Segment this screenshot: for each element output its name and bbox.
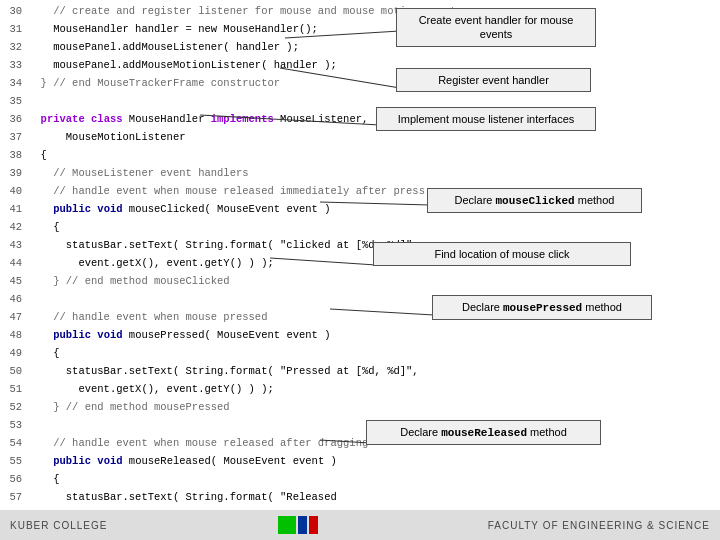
line-number: 47 (0, 308, 28, 326)
code-line: 45 } // end method mouseClicked (0, 272, 720, 290)
line-code (28, 416, 34, 434)
line-code: event.getX(), event.getY() ) ); (28, 254, 274, 272)
line-number: 50 (0, 362, 28, 380)
line-number: 46 (0, 290, 28, 308)
line-code: public void mouseReleased( MouseEvent ev… (28, 452, 337, 470)
line-code: // handle event when mouse pressed (28, 308, 267, 326)
line-code: mousePanel.addMouseListener( handler ); (28, 38, 299, 56)
footer: KUBER COLLEGE FACULTY OF ENGINEERING & S… (0, 510, 720, 540)
line-code: { (28, 146, 47, 164)
code-line: 36 private class MouseHandler implements… (0, 110, 720, 128)
line-code: mousePanel.addMouseMotionListener( handl… (28, 56, 337, 74)
code-line: 42 { (0, 218, 720, 236)
line-number: 43 (0, 236, 28, 254)
line-number: 32 (0, 38, 28, 56)
line-number: 42 (0, 218, 28, 236)
logo-blue-block (298, 516, 307, 534)
logo-green-block (278, 516, 296, 534)
code-line: 54 // handle event when mouse released a… (0, 434, 720, 452)
code-line: 30 // create and register listener for m… (0, 2, 720, 20)
code-line: 52 } // end method mousePressed (0, 398, 720, 416)
code-line: 34 } // end MouseTrackerFrame constructo… (0, 74, 720, 92)
footer-right-text: FACULTY OF ENGINEERING & SCIENCE (488, 520, 710, 531)
line-number: 52 (0, 398, 28, 416)
code-line: 39 // MouseListener event handlers (0, 164, 720, 182)
code-line: 50 statusBar.setText( String.format( "Pr… (0, 362, 720, 380)
line-code: MouseHandler handler = new MouseHandler(… (28, 20, 318, 38)
annotation-implement-listener: Implement mouse listener interfaces (376, 107, 596, 131)
footer-logo (278, 516, 318, 534)
line-number: 35 (0, 92, 28, 110)
line-number: 57 (0, 488, 28, 506)
line-number: 34 (0, 74, 28, 92)
code-line: 31 MouseHandler handler = new MouseHandl… (0, 20, 720, 38)
line-number: 40 (0, 182, 28, 200)
line-code: } // end method mousePressed (28, 398, 230, 416)
annotation-create-event: Create event handler for mouse events (396, 8, 596, 47)
code-line: 33 mousePanel.addMouseMotionListener( ha… (0, 56, 720, 74)
line-code: public void mouseClicked( MouseEvent eve… (28, 200, 331, 218)
logo-red-block (309, 516, 318, 534)
line-code: { (28, 218, 60, 236)
line-code: statusBar.setText( String.format( "Press… (28, 362, 419, 380)
annotation-declare-released: Declare mouseReleased method (366, 420, 601, 445)
line-code: MouseMotionListener (28, 128, 186, 146)
annotation-declare-pressed: Declare mousePressed method (432, 295, 652, 320)
code-line: 35 (0, 92, 720, 110)
line-code: // handle event when mouse released afte… (28, 434, 368, 452)
code-line: 57 statusBar.setText( String.format( "Re… (0, 488, 720, 506)
line-number: 49 (0, 344, 28, 362)
line-number: 31 (0, 20, 28, 38)
line-code: private class MouseHandler implements Mo… (28, 110, 368, 128)
line-code: { (28, 470, 60, 488)
code-line: 37 MouseMotionListener (0, 128, 720, 146)
line-number: 36 (0, 110, 28, 128)
annotation-declare-clicked: Declare mouseClicked method (427, 188, 642, 213)
line-code: } // end method mouseClicked (28, 272, 230, 290)
line-number: 54 (0, 434, 28, 452)
code-line: 48 public void mousePressed( MouseEvent … (0, 326, 720, 344)
line-number: 48 (0, 326, 28, 344)
code-line: 53 (0, 416, 720, 434)
line-number: 51 (0, 380, 28, 398)
line-number: 39 (0, 164, 28, 182)
line-number: 38 (0, 146, 28, 164)
line-code: // handle event when mouse released imme… (28, 182, 425, 200)
code-line: 56 { (0, 470, 720, 488)
line-number: 56 (0, 470, 28, 488)
code-line: 38 { (0, 146, 720, 164)
code-line: 51 event.getX(), event.getY() ) ); (0, 380, 720, 398)
code-line: 49 { (0, 344, 720, 362)
line-number: 55 (0, 452, 28, 470)
line-number: 41 (0, 200, 28, 218)
line-number: 44 (0, 254, 28, 272)
annotation-register-event: Register event handler (396, 68, 591, 92)
code-line: 55 public void mouseReleased( MouseEvent… (0, 452, 720, 470)
line-code (28, 92, 34, 110)
line-number: 53 (0, 416, 28, 434)
line-code: statusBar.setText( String.format( "Relea… (28, 488, 337, 506)
line-code: // MouseListener event handlers (28, 164, 249, 182)
line-number: 33 (0, 56, 28, 74)
line-code: } // end MouseTrackerFrame constructor (28, 74, 280, 92)
line-number: 45 (0, 272, 28, 290)
line-code: public void mousePressed( MouseEvent eve… (28, 326, 331, 344)
annotation-find-location: Find location of mouse click (373, 242, 631, 266)
line-code: statusBar.setText( String.format( "click… (28, 236, 419, 254)
line-code: { (28, 344, 60, 362)
line-code: event.getX(), event.getY() ) ); (28, 380, 274, 398)
footer-left-text: KUBER COLLEGE (10, 520, 107, 531)
line-number: 30 (0, 2, 28, 20)
code-line: 32 mousePanel.addMouseListener( handler … (0, 38, 720, 56)
line-code (28, 290, 34, 308)
line-number: 37 (0, 128, 28, 146)
